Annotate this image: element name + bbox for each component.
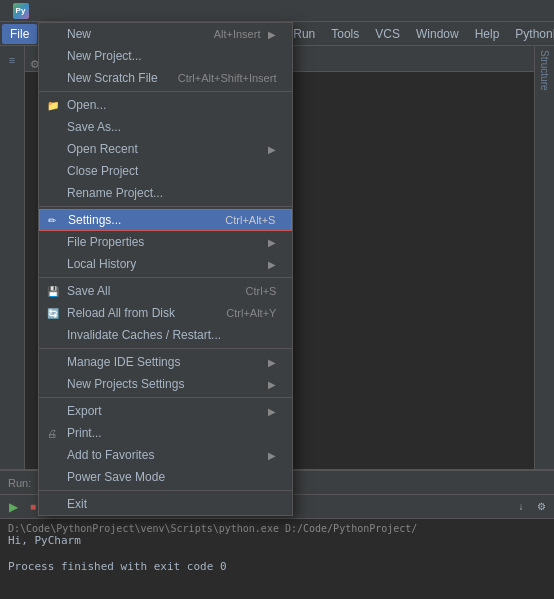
menu-item-local-history-arrow: ▶ <box>268 259 276 270</box>
scroll-icon: ↓ <box>519 501 524 512</box>
menu-item-new-scratch-label: New Scratch File <box>67 71 158 85</box>
menu-file[interactable]: File <box>2 24 37 44</box>
menu-item-export-arrow: ▶ <box>268 406 276 417</box>
title-bar: Py <box>0 0 554 22</box>
menu-item-open-recent[interactable]: Open Recent ▶ <box>39 138 292 160</box>
menu-item-file-properties-label: File Properties <box>67 235 144 249</box>
menu-item-add-favorites-arrow: ▶ <box>268 450 276 461</box>
menu-item-add-favorites-label: Add to Favorites <box>67 448 154 462</box>
separator-4 <box>39 348 292 349</box>
menu-item-reload[interactable]: 🔄 Reload All from Disk Ctrl+Alt+Y <box>39 302 292 324</box>
menu-item-print-label: Print... <box>67 426 102 440</box>
run-settings-button[interactable]: ⚙ <box>532 498 550 516</box>
settings-icon: ⚙ <box>537 501 546 512</box>
separator-2 <box>39 206 292 207</box>
stop-icon: ■ <box>30 501 36 512</box>
menu-item-save-as[interactable]: Save As... <box>39 116 292 138</box>
menu-item-new-scratch[interactable]: New Scratch File Ctrl+Alt+Shift+Insert <box>39 67 292 89</box>
menu-item-invalidate[interactable]: Invalidate Caches / Restart... <box>39 324 292 346</box>
menu-item-new[interactable]: New Alt+Insert ▶ <box>39 23 292 45</box>
logo-icon: Py <box>13 3 29 19</box>
menu-item-close-project[interactable]: Close Project <box>39 160 292 182</box>
menu-item-rename-project[interactable]: Rename Project... <box>39 182 292 204</box>
structure-icon[interactable]: Structure <box>539 50 550 91</box>
menu-item-local-history-label: Local History <box>67 257 136 271</box>
menu-project[interactable]: PythonProject <box>507 24 554 44</box>
menu-item-save-as-label: Save As... <box>67 120 121 134</box>
menu-item-export[interactable]: Export ▶ <box>39 400 292 422</box>
menu-item-file-properties-arrow: ▶ <box>268 237 276 248</box>
project-icon[interactable]: ≡ <box>2 50 22 70</box>
menu-item-print[interactable]: 🖨 Print... <box>39 422 292 444</box>
separator-1 <box>39 91 292 92</box>
save-icon: 💾 <box>47 286 59 297</box>
dropdown-menu-content: New Alt+Insert ▶ New Project... New Scra… <box>38 22 293 516</box>
print-icon: 🖨 <box>47 428 57 439</box>
run-label: Run: <box>8 477 31 489</box>
menu-item-close-project-label: Close Project <box>67 164 138 178</box>
run-output-line-4: Process finished with exit code 0 <box>8 560 546 573</box>
menu-help[interactable]: Help <box>467 24 508 44</box>
menu-item-invalidate-label: Invalidate Caches / Restart... <box>67 328 221 342</box>
menu-item-manage-ide[interactable]: Manage IDE Settings ▶ <box>39 351 292 373</box>
menu-item-save-all-label: Save All <box>67 284 110 298</box>
menu-item-open-recent-label: Open Recent <box>67 142 138 156</box>
right-sidebar: Structure <box>534 46 554 469</box>
menu-item-new-shortcut: Alt+Insert <box>214 28 261 40</box>
separator-3 <box>39 277 292 278</box>
menu-item-manage-ide-arrow: ▶ <box>268 357 276 368</box>
menu-item-new-projects-settings-arrow: ▶ <box>268 379 276 390</box>
menu-item-open-label: Open... <box>67 98 106 112</box>
menu-item-exit[interactable]: Exit <box>39 493 292 515</box>
menu-item-reload-shortcut: Ctrl+Alt+Y <box>226 307 276 319</box>
separator-6 <box>39 490 292 491</box>
menu-item-open[interactable]: 📁 Open... <box>39 94 292 116</box>
menu-item-new-scratch-shortcut: Ctrl+Alt+Shift+Insert <box>178 72 277 84</box>
run-output-line-3 <box>8 547 546 560</box>
app-logo: Py <box>8 0 33 23</box>
run-output: D:\Code\PythonProject\venv\Scripts\pytho… <box>0 519 554 577</box>
menu-item-add-favorites[interactable]: Add to Favorites ▶ <box>39 444 292 466</box>
run-output-line-2: Hi, PyCharm <box>8 534 546 547</box>
menu-item-rename-project-label: Rename Project... <box>67 186 163 200</box>
left-sidebar: ≡ <box>0 46 25 469</box>
menu-item-new-label: New <box>67 27 91 41</box>
menu-item-settings-shortcut: Ctrl+Alt+S <box>225 214 275 226</box>
menu-item-new-project[interactable]: New Project... <box>39 45 292 67</box>
reload-icon: 🔄 <box>47 308 59 319</box>
menu-item-settings-label: Settings... <box>68 213 121 227</box>
menu-item-exit-label: Exit <box>67 497 87 511</box>
menu-item-save-all[interactable]: 💾 Save All Ctrl+S <box>39 280 292 302</box>
menu-vcs[interactable]: VCS <box>367 24 408 44</box>
file-dropdown-menu: New Alt+Insert ▶ New Project... New Scra… <box>38 22 293 516</box>
menu-item-new-project-label: New Project... <box>67 49 142 63</box>
menu-item-settings[interactable]: ✏ Settings... Ctrl+Alt+S <box>39 209 292 231</box>
menu-item-save-all-shortcut: Ctrl+S <box>246 285 277 297</box>
play-icon: ▶ <box>9 500 18 514</box>
menu-item-new-arrow: ▶ <box>268 29 276 40</box>
run-play-button[interactable]: ▶ <box>4 498 22 516</box>
menu-item-power-save[interactable]: Power Save Mode <box>39 466 292 488</box>
settings-pencil-icon: ✏ <box>48 215 56 226</box>
menu-item-new-projects-settings-label: New Projects Settings <box>67 377 184 391</box>
menu-item-open-recent-arrow: ▶ <box>268 144 276 155</box>
menu-item-reload-label: Reload All from Disk <box>67 306 175 320</box>
menu-item-export-label: Export <box>67 404 102 418</box>
menu-window[interactable]: Window <box>408 24 467 44</box>
run-output-line-1: D:\Code\PythonProject\venv\Scripts\pytho… <box>8 523 546 534</box>
menu-item-manage-ide-label: Manage IDE Settings <box>67 355 180 369</box>
menu-item-power-save-label: Power Save Mode <box>67 470 165 484</box>
run-scroll-button[interactable]: ↓ <box>512 498 530 516</box>
menu-tools[interactable]: Tools <box>323 24 367 44</box>
open-icon: 📁 <box>47 100 59 111</box>
menu-item-local-history[interactable]: Local History ▶ <box>39 253 292 275</box>
menu-item-file-properties[interactable]: File Properties ▶ <box>39 231 292 253</box>
menu-item-new-projects-settings[interactable]: New Projects Settings ▶ <box>39 373 292 395</box>
separator-5 <box>39 397 292 398</box>
